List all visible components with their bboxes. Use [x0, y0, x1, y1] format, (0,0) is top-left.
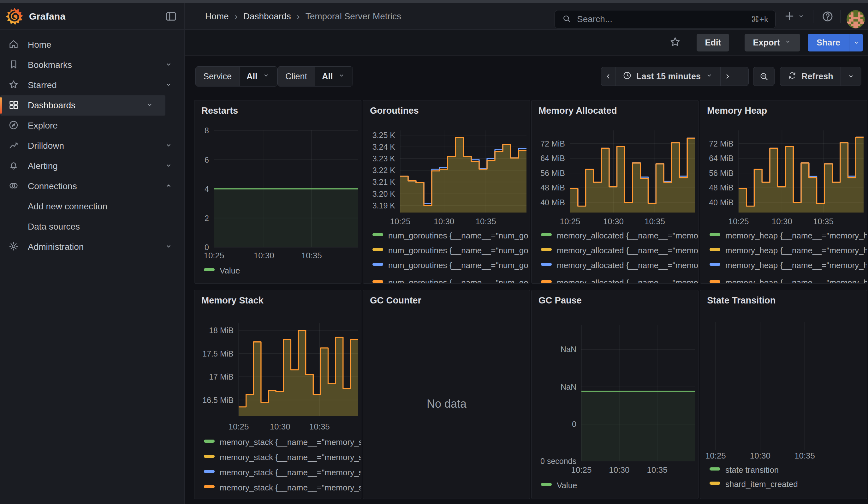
legend-item[interactable]: num_goroutines {__name__="num_go: [372, 231, 528, 240]
svg-text:8: 8: [205, 126, 209, 135]
refresh-interval-chevron[interactable]: [840, 67, 861, 85]
toolbar-divider: [737, 36, 737, 49]
legend-item[interactable]: memory_heap {__name__="memory_h: [710, 246, 867, 255]
legend-item[interactable]: memory_allocated {__name__="memo: [541, 260, 698, 270]
legend-item[interactable]: memory_heap {__name__="memory_h: [710, 231, 867, 240]
share-menu-chevron[interactable]: [849, 34, 863, 51]
sidebar-toggle-icon[interactable]: [165, 10, 177, 23]
sidebar-item-explore[interactable]: Explore: [0, 116, 184, 136]
chevron-down-icon: [797, 12, 805, 20]
svg-text:10:25: 10:25: [728, 217, 749, 226]
sidebar-item-dashboards[interactable]: Dashboards: [0, 95, 165, 116]
legend-item[interactable]: num_goroutines {__name__="num_go: [372, 260, 528, 270]
bell-icon: [8, 160, 19, 171]
search-bar[interactable]: ⌘+k: [555, 10, 776, 28]
legend-item[interactable]: num_goroutines {__name__="num_go: [372, 246, 528, 255]
chevron-down-icon: [164, 60, 173, 69]
legend-item[interactable]: memory_heap {__name__="memory_h: [710, 278, 867, 284]
header-divider: [840, 10, 840, 23]
chevron-down-icon: [705, 71, 713, 80]
sidebar-item-starred[interactable]: Starred: [0, 75, 184, 95]
grafana-logo-icon: [5, 7, 24, 26]
time-range-picker[interactable]: Last 15 minutes: [615, 67, 720, 85]
legend-item[interactable]: memory_stack {__name__="memory_s: [204, 468, 361, 477]
time-shift-forward-button[interactable]: [720, 67, 734, 85]
svg-text:0: 0: [572, 420, 576, 429]
legend-item[interactable]: memory_allocated {__name__="memo: [541, 278, 698, 284]
sidebar-item-data-sources[interactable]: Data sources: [0, 217, 184, 237]
breadcrumb-item[interactable]: Home: [205, 11, 229, 21]
zoom-out-button[interactable]: [753, 67, 774, 85]
refresh-button[interactable]: Refresh: [780, 67, 840, 85]
search-shortcut: ⌘+k: [751, 14, 768, 24]
legend-item[interactable]: memory_stack {__name__="memory_s: [204, 438, 361, 447]
breadcrumb-item[interactable]: Dashboards: [244, 11, 291, 21]
svg-text:10:25: 10:25: [560, 217, 580, 226]
refresh-controls: Refresh: [780, 67, 861, 86]
timeseries-chart[interactable]: No data: [363, 290, 530, 499]
legend-item[interactable]: memory_allocated {__name__="memo: [541, 231, 698, 240]
client-filter-value[interactable]: All: [315, 66, 353, 86]
dashboard-toolbar: Edit Export Share: [185, 30, 868, 55]
refresh-icon: [787, 71, 797, 82]
legend-label: memory_allocated {__name__="memo: [557, 278, 698, 284]
user-avatar[interactable]: [847, 10, 865, 28]
sidebar-item-label: Administration: [28, 242, 84, 252]
svg-text:17 MiB: 17 MiB: [209, 372, 234, 381]
sidebar-item-add-new-connection[interactable]: Add new connection: [0, 196, 184, 217]
legend-swatch: [204, 455, 215, 458]
legend-label: memory_heap {__name__="memory_h: [725, 246, 867, 255]
svg-text:10:30: 10:30: [603, 217, 624, 226]
sidebar-item-label: Add new connection: [28, 202, 107, 212]
sidebar-item-drilldown[interactable]: Drilldown: [0, 136, 184, 156]
svg-text:56 MiB: 56 MiB: [540, 169, 565, 177]
search-input[interactable]: [576, 14, 746, 25]
help-icon[interactable]: [821, 10, 834, 24]
timeseries-chart[interactable]: 72 MiB64 MiB56 MiB48 MiB40 MiB10:2510:30…: [531, 101, 699, 284]
legend-item[interactable]: state transition: [710, 465, 779, 475]
chevron-down-icon: [847, 72, 855, 81]
svg-text:3.21 K: 3.21 K: [372, 177, 395, 186]
time-shift-back-button[interactable]: [601, 67, 615, 85]
share-button[interactable]: Share: [808, 34, 849, 51]
sidebar-item-bookmarks[interactable]: Bookmarks: [0, 55, 184, 75]
breadcrumb-separator: ›: [297, 11, 300, 22]
svg-text:40 MiB: 40 MiB: [709, 198, 734, 207]
timeseries-chart[interactable]: 0246810:2510:3010:35Value: [194, 101, 361, 284]
legend-swatch: [710, 280, 720, 283]
timeseries-chart[interactable]: 10:2510:3010:35state transitionshard_ite…: [700, 290, 867, 499]
svg-text:0 seconds: 0 seconds: [540, 457, 576, 465]
service-filter-value[interactable]: All: [239, 66, 277, 86]
sidebar-item-administration[interactable]: Administration: [0, 237, 184, 257]
legend-swatch: [710, 467, 720, 471]
time-range-controls: Last 15 minutes: [601, 67, 749, 86]
legend-label: memory_stack {__name__="memory_s: [220, 438, 361, 447]
legend-item[interactable]: num_goroutines {__name__="num_go: [372, 278, 528, 284]
legend-item[interactable]: memory_stack {__name__="memory_s: [204, 453, 361, 462]
favorite-star-icon[interactable]: [669, 36, 681, 49]
sidebar-item-label: Home: [28, 40, 51, 50]
legend-item[interactable]: memory_allocated {__name__="memo: [541, 246, 698, 255]
legend-item[interactable]: memory_stack {__name__="memory_s: [204, 483, 361, 492]
chevron-down-icon: [338, 71, 345, 80]
window-top-strip: [0, 0, 868, 3]
legend-item[interactable]: Value: [204, 266, 240, 275]
timeseries-chart[interactable]: 3.25 K3.24 K3.23 K3.22 K3.21 K3.20 K3.19…: [363, 101, 530, 284]
sidebar-item-alerting[interactable]: Alerting: [0, 156, 184, 176]
timeseries-chart[interactable]: NaNNaN00 seconds10:2510:3010:35Value: [531, 290, 699, 499]
legend-label: num_goroutines {__name__="num_go: [388, 246, 528, 255]
export-button[interactable]: Export: [745, 34, 800, 51]
timeseries-chart[interactable]: 72 MiB64 MiB56 MiB48 MiB40 MiB10:2510:30…: [700, 101, 867, 284]
legend-item[interactable]: memory_heap {__name__="memory_h: [710, 260, 867, 270]
sidebar-item-home[interactable]: Home: [0, 35, 184, 55]
svg-text:10:30: 10:30: [750, 451, 771, 460]
sidebar-item-connections[interactable]: Connections: [0, 176, 184, 196]
series-area-fill: [581, 391, 695, 461]
legend-item[interactable]: shard_item_created: [710, 480, 798, 489]
svg-text:3.24 K: 3.24 K: [372, 142, 395, 151]
edit-button[interactable]: Edit: [696, 34, 729, 51]
timeseries-chart[interactable]: 18 MiB17.5 MiB17 MiB16.5 MiB10:2510:3010…: [194, 290, 361, 499]
legend-item[interactable]: Value: [541, 481, 577, 490]
new-menu-button[interactable]: [783, 10, 805, 22]
clock-icon: [622, 71, 632, 82]
